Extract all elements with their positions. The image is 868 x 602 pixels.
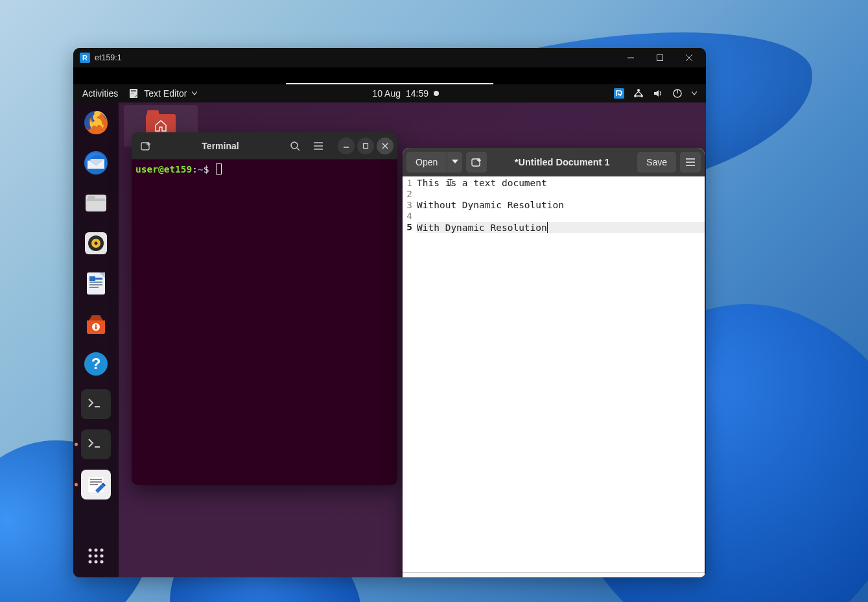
svg-rect-7 bbox=[131, 93, 134, 93]
svg-rect-37 bbox=[90, 484, 98, 485]
time-text: 14:59 bbox=[406, 88, 428, 99]
dock-texteditor-running-icon[interactable] bbox=[81, 470, 111, 500]
dock-files-icon[interactable] bbox=[81, 188, 111, 218]
svg-point-43 bbox=[100, 555, 104, 558]
dock: ? bbox=[73, 102, 119, 577]
app-menu[interactable]: Text Editor bbox=[128, 88, 197, 99]
ibeam-cursor-icon: 𝙸 bbox=[448, 177, 453, 188]
svg-rect-25 bbox=[89, 282, 102, 283]
dock-software-icon[interactable] bbox=[81, 309, 111, 339]
prompt-user: user@et159 bbox=[135, 164, 192, 175]
rdp-app-icon: R bbox=[80, 53, 90, 63]
svg-point-41 bbox=[89, 555, 92, 558]
svg-rect-36 bbox=[90, 481, 102, 483]
svg-rect-35 bbox=[90, 479, 102, 480]
top-indicator-bar bbox=[286, 83, 493, 84]
gnome-topbar: Activities Text Editor 10 Aug 14:59 bbox=[73, 84, 706, 102]
search-button[interactable] bbox=[285, 136, 305, 156]
cursor-position: Ln 5, Col 24 bbox=[654, 577, 699, 577]
activities-button[interactable]: Activities bbox=[82, 88, 118, 99]
svg-point-11 bbox=[640, 95, 643, 97]
svg-rect-56 bbox=[364, 143, 368, 148]
editor-statusbar: Plain Text Tab Width: 8 Ln 5, Col 24 bbox=[403, 572, 705, 577]
line-number: 1 bbox=[403, 178, 412, 189]
terminal-maximize-button[interactable] bbox=[357, 138, 374, 154]
save-button[interactable]: Save bbox=[637, 152, 676, 173]
svg-text:?: ? bbox=[91, 355, 101, 372]
tabwidth-selector[interactable]: Tab Width: 8 bbox=[550, 577, 604, 577]
svg-point-44 bbox=[89, 560, 92, 564]
prompt-symbol: $ bbox=[204, 164, 209, 175]
line-number: 2 bbox=[403, 189, 412, 200]
svg-point-39 bbox=[95, 549, 98, 552]
svg-point-42 bbox=[95, 555, 98, 558]
hamburger-menu-button[interactable] bbox=[308, 136, 329, 156]
chevron-down-icon[interactable] bbox=[692, 91, 697, 95]
terminal-cursor bbox=[216, 163, 222, 175]
open-button[interactable]: Open bbox=[406, 152, 447, 173]
line-number-gutter: 1 2 3 4 5 bbox=[403, 176, 414, 572]
code-content[interactable]: This is a text document𝙸 Without Dynamic… bbox=[414, 176, 705, 572]
terminal-minimize-button[interactable] bbox=[338, 138, 355, 154]
svg-point-38 bbox=[89, 549, 92, 552]
prompt-path: ~ bbox=[198, 164, 204, 175]
maximize-button[interactable] bbox=[645, 48, 674, 67]
new-document-button[interactable] bbox=[466, 152, 487, 173]
text-caret bbox=[547, 222, 548, 233]
svg-point-46 bbox=[100, 560, 104, 564]
dock-show-apps-icon[interactable] bbox=[81, 541, 111, 571]
svg-rect-18 bbox=[88, 196, 95, 199]
svg-rect-1 bbox=[657, 55, 663, 61]
svg-rect-5 bbox=[131, 90, 136, 91]
network-icon[interactable] bbox=[633, 88, 644, 99]
editor-headerbar[interactable]: Open *Untitled Document 1 Save bbox=[403, 148, 705, 176]
dock-rhythmbox-icon[interactable] bbox=[81, 228, 111, 258]
chevron-down-icon bbox=[192, 91, 197, 95]
text-line: This is a text document bbox=[417, 178, 547, 188]
dock-libreoffice-writer-icon[interactable] bbox=[81, 269, 111, 298]
line-number: 4 bbox=[403, 211, 412, 222]
rdp-outer-window: R et159:1 Activities Text Editor 10 Aug … bbox=[73, 48, 706, 577]
line-number-current: 5 bbox=[403, 222, 412, 233]
open-button-group: Open bbox=[406, 152, 462, 173]
new-tab-button[interactable] bbox=[135, 136, 156, 156]
text-line: Without Dynamic Resolution bbox=[417, 200, 564, 210]
chevron-down-icon bbox=[452, 160, 458, 165]
running-indicator-icon bbox=[75, 443, 78, 446]
terminal-close-button[interactable] bbox=[377, 138, 393, 154]
dock-help-icon[interactable]: ? bbox=[81, 349, 111, 379]
svg-rect-8 bbox=[614, 88, 624, 99]
terminal-headerbar[interactable]: Terminal bbox=[132, 132, 397, 160]
svg-rect-26 bbox=[89, 284, 102, 285]
app-menu-label: Text Editor bbox=[144, 88, 187, 99]
svg-point-40 bbox=[100, 549, 104, 552]
gnome-desktop[interactable]: ? bbox=[73, 102, 706, 577]
terminal-window: Terminal user@et159:~$ bbox=[132, 132, 397, 485]
rdp-tray-icon[interactable] bbox=[614, 88, 624, 99]
editor-text-area[interactable]: 1 2 3 4 5 This is a text document𝙸 Witho… bbox=[403, 176, 705, 572]
dock-firefox-icon[interactable] bbox=[81, 108, 111, 138]
dock-terminal-running-icon[interactable] bbox=[81, 429, 111, 459]
close-button[interactable] bbox=[674, 48, 703, 67]
outer-titlebar[interactable]: R et159:1 bbox=[73, 48, 706, 67]
terminal-content[interactable]: user@et159:~$ bbox=[132, 160, 397, 178]
editor-hamburger-menu[interactable] bbox=[680, 152, 701, 173]
svg-rect-6 bbox=[131, 91, 136, 92]
svg-point-22 bbox=[95, 242, 98, 245]
black-letterbox bbox=[73, 67, 706, 84]
svg-point-10 bbox=[634, 95, 637, 97]
line-number: 3 bbox=[403, 200, 412, 211]
tabwidth-label: Tab Width: 8 bbox=[550, 577, 596, 577]
outer-title-text: et159:1 bbox=[95, 53, 122, 62]
minimize-button[interactable] bbox=[616, 48, 645, 67]
clock-area[interactable]: 10 Aug 14:59 bbox=[197, 88, 614, 99]
svg-rect-27 bbox=[89, 287, 99, 288]
text-editor-window: Open *Untitled Document 1 Save 1 2 bbox=[403, 148, 705, 577]
volume-icon[interactable] bbox=[653, 88, 663, 99]
dock-terminal-icon[interactable] bbox=[81, 389, 111, 419]
syntax-selector[interactable]: Plain Text bbox=[494, 577, 538, 577]
power-icon[interactable] bbox=[672, 88, 683, 99]
dock-thunderbird-icon[interactable] bbox=[81, 148, 111, 178]
open-recent-dropdown[interactable] bbox=[447, 152, 462, 173]
svg-point-9 bbox=[637, 89, 640, 91]
